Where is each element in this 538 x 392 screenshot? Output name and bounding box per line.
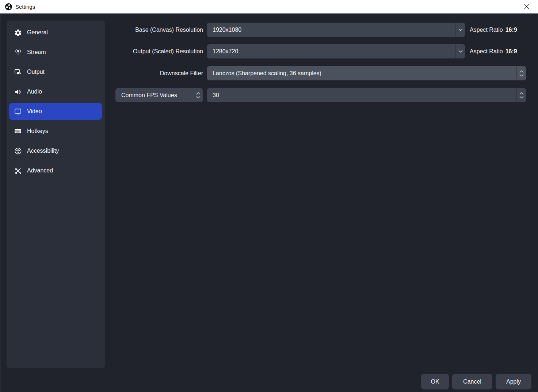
output-resolution-combobox[interactable]: 1280x720 bbox=[207, 44, 465, 58]
aspect-ratio-label: Aspect Ratio bbox=[470, 27, 503, 33]
ok-button[interactable]: OK bbox=[421, 374, 449, 389]
sidebar-item-label: Advanced bbox=[27, 167, 53, 174]
settings-window: { "window": { "title": "Settings" }, "si… bbox=[0, 0, 538, 392]
sidebar-item-label: Video bbox=[27, 108, 42, 115]
sidebar-item-label: Hotkeys bbox=[27, 128, 48, 134]
base-aspect-ratio: Aspect Ratio16:9 bbox=[470, 23, 517, 37]
base-resolution-value: 1920x1080 bbox=[207, 27, 455, 33]
tools-icon bbox=[14, 167, 22, 175]
base-resolution-combobox[interactable]: 1920x1080 bbox=[207, 23, 465, 37]
spinner-arrows-icon[interactable] bbox=[516, 66, 526, 80]
sidebar-item-accessibility[interactable]: Accessibility bbox=[9, 142, 102, 159]
sidebar-item-hotkeys[interactable]: Hotkeys bbox=[9, 123, 102, 140]
sidebar-item-advanced[interactable]: Advanced bbox=[9, 162, 102, 179]
apply-button[interactable]: Apply bbox=[496, 374, 531, 389]
monitor-icon bbox=[14, 107, 22, 115]
fps-value-select[interactable]: 30 bbox=[207, 88, 526, 102]
aspect-ratio-label: Aspect Ratio bbox=[470, 48, 503, 54]
sidebar-item-label: Audio bbox=[27, 88, 42, 95]
aspect-ratio-value: 16:9 bbox=[505, 27, 517, 33]
output-resolution-value: 1280x720 bbox=[207, 48, 455, 55]
fps-value: 30 bbox=[207, 92, 516, 99]
obs-logo-icon bbox=[5, 3, 12, 11]
close-button[interactable] bbox=[519, 0, 534, 13]
speaker-icon bbox=[14, 88, 22, 96]
cancel-button[interactable]: Cancel bbox=[452, 374, 492, 389]
accessibility-icon bbox=[14, 147, 22, 155]
spinner-arrows-icon[interactable] bbox=[193, 88, 203, 102]
window-title: Settings bbox=[15, 4, 35, 10]
sidebar-item-video[interactable]: Video bbox=[9, 103, 102, 120]
chevron-down-icon[interactable] bbox=[455, 44, 465, 58]
downscale-filter-select[interactable]: Lanczos (Sharpened scaling, 36 samples) bbox=[207, 66, 526, 80]
keyboard-icon bbox=[14, 127, 22, 135]
aspect-ratio-value: 16:9 bbox=[505, 48, 517, 54]
fps-type-select[interactable]: Common FPS Values bbox=[115, 88, 203, 102]
sidebar-item-audio[interactable]: Audio bbox=[9, 83, 102, 100]
sidebar-item-label: Accessibility bbox=[27, 148, 59, 154]
chevron-down-icon[interactable] bbox=[455, 23, 465, 37]
titlebar: Settings bbox=[0, 0, 538, 14]
fps-type-value: Common FPS Values bbox=[115, 92, 193, 99]
base-resolution-label: Base (Canvas) Resolution bbox=[0, 23, 203, 37]
downscale-filter-label: Downscale Filter bbox=[0, 66, 203, 80]
close-icon bbox=[524, 4, 530, 9]
output-aspect-ratio: Aspect Ratio16:9 bbox=[470, 44, 517, 58]
downscale-filter-value: Lanczos (Sharpened scaling, 36 samples) bbox=[207, 70, 516, 77]
spinner-arrows-icon[interactable] bbox=[516, 88, 526, 102]
output-resolution-label: Output (Scaled) Resolution bbox=[0, 44, 203, 58]
